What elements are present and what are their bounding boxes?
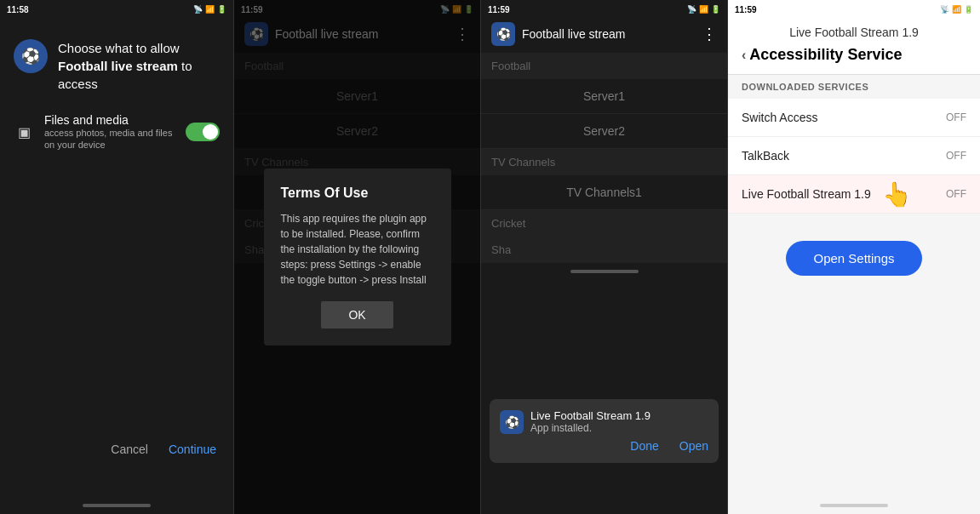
modal-body: This app requires the plugin app to be i…: [281, 211, 434, 288]
toast-header: ⚽ Live Football Stream 1.9 App installed…: [500, 409, 708, 434]
cursor-hand-icon: 👆: [882, 180, 912, 208]
panel-permission: 11:58 📡📶🔋 ⚽ Choose what to allow Footbal…: [0, 0, 234, 514]
permission-header: ⚽ Choose what to allow Football live str…: [14, 39, 220, 93]
acc-item-live-football[interactable]: Live Football Stream 1.9 OFF 👆: [728, 175, 980, 214]
app-topbar-icon-3: ⚽: [491, 22, 515, 46]
modal-title: Terms Of Use: [281, 186, 434, 201]
live-football-label: Live Football Stream 1.9: [742, 187, 871, 201]
status-bar-1: 11:58 📡📶🔋: [0, 0, 233, 19]
section-tv-3: TV Channels: [481, 149, 727, 175]
home-indicator-1: [0, 497, 233, 514]
home-indicator-3: [481, 263, 727, 280]
toast-icon: ⚽: [500, 410, 524, 434]
panel-installed: 11:59 📡📶🔋 ⚽ Football live stream ⋮ Footb…: [481, 0, 728, 514]
continue-button[interactable]: Continue: [165, 436, 220, 463]
acc-section-title: ‹ Accessibility Service: [742, 46, 966, 64]
home-bar-1: [83, 504, 151, 507]
back-arrow-icon[interactable]: ‹: [742, 48, 746, 63]
files-desc: access photos, media and files on your d…: [44, 127, 175, 151]
app-topbar-3: ⚽ Football live stream ⋮: [481, 19, 727, 53]
modal-ok-button[interactable]: OK: [321, 301, 393, 328]
status-bar-4: 11:59 📡📶🔋: [728, 0, 980, 19]
panel-accessibility: 11:59 📡📶🔋 Live Football Stream 1.9 ‹ Acc…: [728, 0, 980, 514]
acc-item-switch-access[interactable]: Switch Access OFF: [728, 99, 980, 137]
switch-access-status: OFF: [946, 111, 966, 123]
home-bar-3: [570, 270, 639, 273]
cancel-button[interactable]: Cancel: [107, 436, 152, 463]
time-4: 11:59: [735, 5, 757, 14]
section-football-3: Football: [481, 53, 727, 79]
status-icons-1: 📡📶🔋: [193, 5, 226, 14]
app-content-dimmed-3: Football Server1 Server2 TV Channels TV …: [481, 53, 727, 263]
terms-modal: Terms Of Use This app requires the plugi…: [264, 168, 451, 346]
app-topbar-title-3: Football live stream: [522, 27, 695, 41]
server2-3[interactable]: Server2: [481, 114, 727, 149]
toast-text: Live Football Stream 1.9 App installed.: [530, 409, 650, 434]
live-football-status: OFF: [946, 188, 966, 200]
home-indicator-4: [728, 497, 980, 514]
toast-actions: Done Open: [500, 439, 708, 453]
files-label: Files and media: [44, 113, 175, 127]
status-bar-3: 11:59 📡📶🔋: [481, 0, 727, 19]
permission-content: ⚽ Choose what to allow Football live str…: [0, 19, 233, 497]
acc-item-talkback[interactable]: TalkBack OFF: [728, 137, 980, 175]
permission-title: Choose what to allow Football live strea…: [58, 39, 220, 93]
tv-channels1-3[interactable]: TV Channels1: [481, 175, 727, 210]
section-cricket-3: Cricket: [481, 210, 727, 237]
toast-title: Live Football Stream 1.9: [530, 409, 650, 422]
server1-3[interactable]: Server1: [481, 79, 727, 114]
acc-section-label: Accessibility Service: [749, 46, 902, 64]
panel-terms: 11:59 📡📶🔋 ⚽ Football live stream ⋮ Footb…: [234, 0, 481, 514]
status-icons-3: 📡📶🔋: [687, 5, 720, 14]
terms-modal-overlay: Terms Of Use This app requires the plugi…: [234, 0, 480, 514]
permission-text: Files and media access photos, media and…: [44, 113, 175, 151]
files-toggle[interactable]: [186, 123, 220, 141]
acc-app-title: Live Football Stream 1.9: [742, 26, 966, 39]
talkback-status: OFF: [946, 150, 966, 162]
time-3: 11:59: [488, 5, 510, 14]
acc-section-label: DOWNLOADED SERVICES: [728, 75, 980, 99]
topbar-menu-3[interactable]: ⋮: [702, 25, 717, 43]
toast-open-button[interactable]: Open: [679, 439, 708, 453]
install-toast: ⚽ Live Football Stream 1.9 App installed…: [490, 399, 719, 463]
permission-buttons: Cancel Continue: [14, 436, 220, 483]
open-settings-button[interactable]: Open Settings: [786, 241, 921, 276]
home-bar-4: [820, 504, 888, 507]
section-sha-3: Sha: [481, 237, 727, 263]
time-1: 11:58: [7, 5, 29, 14]
permission-item-files: ▣ Files and media access photos, media a…: [14, 113, 220, 151]
talkback-label: TalkBack: [742, 149, 789, 163]
toast-subtitle: App installed.: [530, 422, 650, 434]
switch-access-label: Switch Access: [742, 111, 817, 124]
toast-done-button[interactable]: Done: [630, 439, 658, 453]
files-icon: ▣: [14, 122, 34, 142]
app-icon: ⚽: [14, 39, 48, 73]
acc-header: Live Football Stream 1.9 ‹ Accessibility…: [728, 19, 980, 75]
status-icons-4: 📡📶🔋: [940, 5, 973, 14]
